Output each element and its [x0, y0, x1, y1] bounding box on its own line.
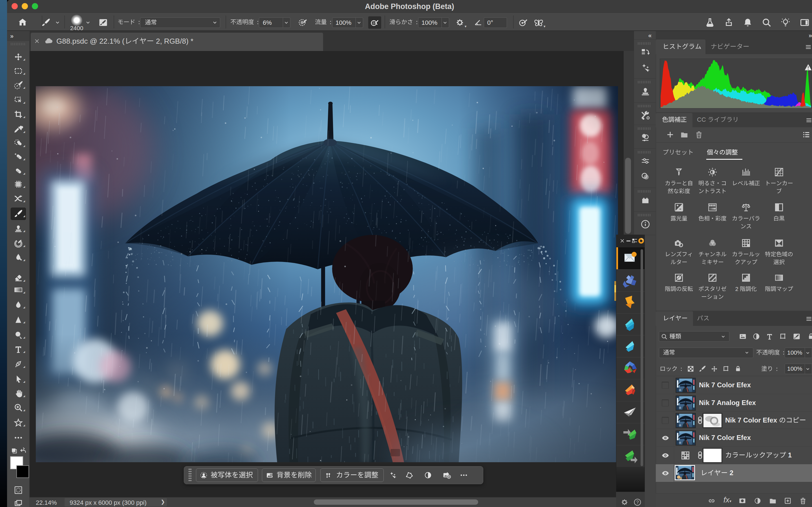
svg-text:?: ?: [636, 500, 639, 505]
